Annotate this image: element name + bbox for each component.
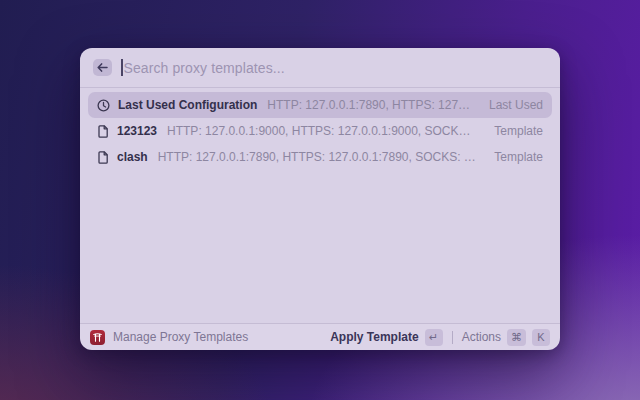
apply-template-button[interactable]: Apply Template xyxy=(330,330,418,344)
document-icon xyxy=(97,151,109,164)
k-keycap: K xyxy=(532,329,550,346)
list-item-last-used-configuration[interactable]: Last Used Configuration HTTP: 127.0.0.1:… xyxy=(88,92,552,118)
document-icon xyxy=(97,125,109,138)
action-bar: Manage Proxy Templates Apply Template ↵ … xyxy=(80,323,560,350)
item-title: clash xyxy=(117,150,148,164)
footer-divider xyxy=(452,331,453,344)
search-bar: Search proxy templates... xyxy=(80,48,560,88)
command-keycap: ⌘ xyxy=(507,329,526,346)
list-item-clash[interactable]: clash HTTP: 127.0.0.1:7890, HTTPS: 127.0… xyxy=(88,144,552,170)
item-subtitle: HTTP: 127.0.0.1:7890, HTTPS: 127.0.0.1:7… xyxy=(267,98,473,112)
command-palette-window: Search proxy templates... Last Used Conf… xyxy=(80,48,560,350)
clock-icon xyxy=(97,99,110,112)
list-item-123123[interactable]: 123123 HTTP: 127.0.0.1:9000, HTTPS: 127.… xyxy=(88,118,552,144)
item-accessory: Template xyxy=(494,124,543,138)
item-accessory: Last Used xyxy=(489,98,543,112)
item-subtitle: HTTP: 127.0.0.1:9000, HTTPS: 127.0.0.1:9… xyxy=(167,124,478,138)
back-arrow-icon xyxy=(97,63,108,72)
return-keycap: ↵ xyxy=(425,329,443,346)
proxy-extension-icon xyxy=(90,330,105,345)
search-input[interactable]: Search proxy templates... xyxy=(121,59,547,76)
item-subtitle: HTTP: 127.0.0.1:7890, HTTPS: 127.0.0.1:7… xyxy=(158,150,479,164)
template-list: Last Used Configuration HTTP: 127.0.0.1:… xyxy=(80,88,560,323)
back-button[interactable] xyxy=(93,59,112,76)
actions-button[interactable]: Actions xyxy=(462,330,501,344)
item-title: 123123 xyxy=(117,124,157,138)
extension-name-label: Manage Proxy Templates xyxy=(113,330,248,344)
item-accessory: Template xyxy=(494,150,543,164)
footer-actions: Apply Template ↵ Actions ⌘ K xyxy=(330,329,550,346)
text-caret xyxy=(121,59,123,76)
item-title: Last Used Configuration xyxy=(118,98,257,112)
search-placeholder: Search proxy templates... xyxy=(124,60,285,76)
